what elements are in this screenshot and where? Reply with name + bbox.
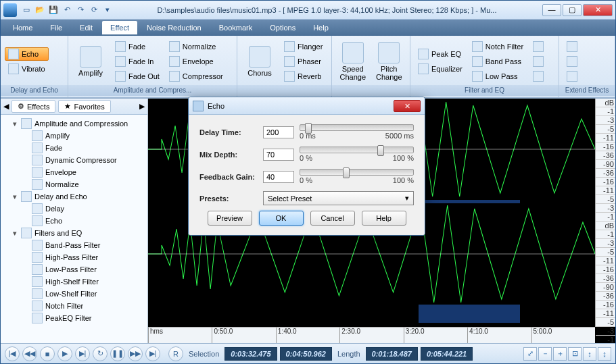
transport-play-button[interactable]: ▶ [57,346,72,361]
close-button[interactable]: ✕ [583,4,613,16]
ribbon-speed-button[interactable]: Speed Change [336,39,370,84]
menu-home[interactable]: Home [5,21,41,34]
qat-new-icon[interactable]: ▭ [21,5,32,16]
transport-loop-button[interactable]: ↻ [93,346,108,361]
tree-node[interactable]: ▾Filters and EQ [2,227,146,239]
echo-dialog-icon [193,101,204,111]
menu-noise-reduction[interactable]: Noise Reduction [139,21,210,34]
transport-pause-button[interactable]: ❚❚ [110,346,125,361]
ribbon-normalize-button[interactable]: Normalize [166,40,227,53]
tree-node[interactable]: High-Shelf Filter [2,276,146,288]
ribbon-envelope-button[interactable]: Envelope [166,55,227,68]
presets-dropdown[interactable]: Select Preset▾ [263,191,414,205]
tree-node[interactable]: ▾Delay and Echo [2,190,146,203]
feedback-gain-slider[interactable] [300,169,414,176]
ribbon-equalizer-button[interactable]: Equalizer [414,62,466,76]
time-ruler[interactable]: hms0:50.01:40.02:30.03:20.04:10.05:00.0 [148,327,595,343]
zoom-sel-button[interactable]: ⊡ [568,347,582,361]
tree-node[interactable]: Fade [2,142,146,154]
record-button[interactable]: R [168,346,183,361]
minimize-button[interactable]: — [542,4,561,16]
transport-forward-button[interactable]: ▶▶ [128,346,143,361]
delay-time-input[interactable] [263,126,294,138]
ribbon-flanger-button[interactable]: Flanger [281,40,326,53]
tree-node[interactable]: Normalize [2,178,146,190]
ribbon-ext2-button[interactable] [563,55,581,68]
cancel-button[interactable]: Cancel [310,211,355,226]
menu-help[interactable]: Help [305,21,337,34]
zoom-in-button[interactable]: ＋ [553,347,567,361]
tree-node[interactable]: Delay [2,203,146,215]
sidebar-tab-favorites[interactable]: ★Favorites [58,100,110,113]
zoom-v-in-button[interactable]: ↨ [598,347,611,361]
tree-node[interactable]: Notch Filter [2,300,146,312]
tree-node[interactable]: Low-Pass Filter [2,263,146,276]
tree-node[interactable]: PeakEQ Filter [2,312,146,324]
dialog-titlebar[interactable]: Echo ✕ [189,97,425,115]
ribbon-peakeq-button[interactable]: Peak EQ [414,47,466,61]
ok-button[interactable]: OK [259,211,304,226]
qat-redo-icon[interactable]: ↷ [75,5,86,16]
tree-node[interactable]: Low-Shelf Filter [2,288,146,300]
ribbon-bandpass-button[interactable]: Band Pass [469,55,527,68]
tree-node[interactable]: High-Pass Filter [2,251,146,263]
transport-rewind-button[interactable]: ◀◀ [22,346,37,361]
menu-edit[interactable]: Edit [72,21,101,34]
feedback-gain-input[interactable] [263,171,294,183]
ribbon: Echo Vibrato Delay and Echo Amplify Fade… [1,36,615,98]
tree-node[interactable]: Band-Pass Filter [2,239,146,251]
ribbon-echo-button[interactable]: Echo [5,47,49,61]
app-orb-icon[interactable] [3,3,17,17]
help-button[interactable]: Help [362,211,406,226]
tree-node[interactable]: ▾Amplitude and Compression [2,118,146,130]
delay-time-slider[interactable] [300,124,414,131]
ribbon-fadein-button[interactable]: Fade In [112,55,163,68]
ribbon-pitch-button[interactable]: Pitch Change [373,39,406,84]
echo-icon [8,49,19,59]
qat-refresh-icon[interactable]: ⟳ [89,5,99,16]
ribbon-phaser-button[interactable]: Phaser [281,55,326,68]
qat-open-icon[interactable]: 📂 [34,5,45,16]
dialog-close-button[interactable]: ✕ [394,100,421,112]
transport-begin-button[interactable]: |◀ [5,346,20,361]
ribbon-chorus-button[interactable]: Chorus [241,39,278,84]
ribbon-extra2-button[interactable] [529,55,547,68]
ribbon-fade-button[interactable]: Fade [112,40,163,53]
transport-stop-button[interactable]: ■ [40,346,55,361]
preview-button[interactable]: Preview [208,211,252,226]
menu-bookmark[interactable]: Bookmark [211,21,261,34]
menu-options[interactable]: Options [262,21,304,34]
sidebar-tab-effects[interactable]: ⚙Effects [11,100,55,113]
tree-node[interactable]: Dynamic Compressor [2,154,146,166]
menu-file[interactable]: File [42,21,70,34]
ribbon-fadeout-button[interactable]: Fade Out [112,70,163,83]
qat-dropdown-icon[interactable]: ▾ [102,5,113,16]
ribbon-compressor-button[interactable]: Compressor [166,70,227,83]
menu-effect[interactable]: Effect [102,21,137,34]
ribbon-vibrato-button[interactable]: Vibrato [5,62,49,76]
transport-playsel-button[interactable]: ▶| [75,346,90,361]
ribbon-lowpass-button[interactable]: Low Pass [469,70,527,83]
tree-node[interactable]: Amplify [2,130,146,142]
ribbon-ext3-button[interactable] [563,70,581,83]
zoom-v-out-button[interactable]: ↕ [583,347,596,361]
ribbon-extra1-button[interactable] [529,40,547,53]
ribbon-reverb-button[interactable]: Reverb [281,70,326,83]
ribbon-notch-button[interactable]: Notch Filter [469,40,527,53]
tree-node[interactable]: Envelope [2,166,146,178]
zoom-out-button[interactable]: － [538,347,552,361]
effects-tree[interactable]: ▾Amplitude and CompressionAmplifyFadeDyn… [1,115,147,343]
tree-node[interactable]: Echo [2,215,146,227]
qat-undo-icon[interactable]: ↶ [62,5,72,16]
qat-save-icon[interactable]: 💾 [48,5,59,16]
sidebar-expand-icon[interactable]: ▶ [139,102,145,111]
sidebar-collapse-icon[interactable]: ◀ [3,102,9,111]
mix-depth-input[interactable] [263,149,294,161]
zoom-fit-button[interactable]: ⤢ [523,347,537,361]
ribbon-amplify-button[interactable]: Amplify [72,39,109,84]
transport-end-button[interactable]: ▶| [145,346,160,361]
mix-depth-slider[interactable] [300,147,414,153]
maximize-button[interactable]: ▢ [563,4,582,16]
ribbon-ext1-button[interactable] [563,40,581,53]
ribbon-extra3-button[interactable] [529,70,547,83]
